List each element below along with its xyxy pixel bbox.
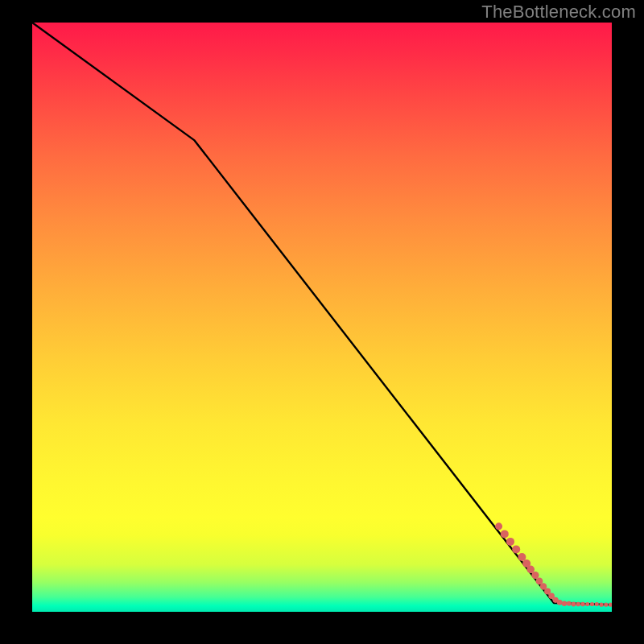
data-marker xyxy=(604,603,608,607)
data-marker xyxy=(495,522,502,530)
marker-group xyxy=(495,522,612,606)
data-marker xyxy=(576,602,580,607)
plot-area xyxy=(32,23,612,612)
data-marker xyxy=(501,530,509,538)
data-marker xyxy=(580,602,585,607)
data-marker xyxy=(609,603,612,607)
data-marker xyxy=(518,553,526,561)
data-marker xyxy=(567,601,572,606)
data-marker xyxy=(526,566,535,574)
data-marker xyxy=(571,601,576,606)
data-marker xyxy=(531,572,539,579)
data-marker xyxy=(512,545,520,553)
chart-frame: TheBottleneck.com xyxy=(0,0,644,644)
data-marker xyxy=(599,603,603,607)
data-marker xyxy=(595,602,599,606)
data-marker xyxy=(562,601,567,606)
line-curve xyxy=(32,23,612,605)
plot-svg xyxy=(32,23,612,612)
data-marker xyxy=(585,602,589,606)
data-marker xyxy=(506,538,514,546)
data-marker xyxy=(557,600,563,605)
watermark-text: TheBottleneck.com xyxy=(481,2,636,23)
data-marker xyxy=(590,602,594,606)
